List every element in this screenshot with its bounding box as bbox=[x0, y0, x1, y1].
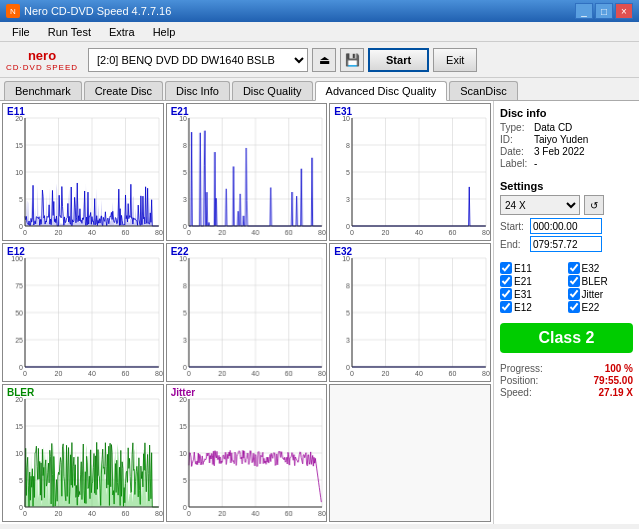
chart-bler-canvas bbox=[3, 385, 163, 521]
chart-jitter: Jitter bbox=[166, 384, 328, 522]
logo: nero CD·DVD SPEED bbox=[6, 48, 78, 72]
chart-e22: E22 bbox=[166, 243, 328, 381]
chart-e32: E32 bbox=[329, 243, 491, 381]
cb-jitter[interactable]: Jitter bbox=[568, 288, 634, 300]
date-label: Date: bbox=[500, 146, 532, 157]
type-label: Type: bbox=[500, 122, 532, 133]
progress-label: Progress: bbox=[500, 363, 543, 374]
right-panel: Disc info Type: Data CD ID: Taiyo Yuden … bbox=[494, 101, 639, 524]
cb-e31[interactable]: E31 bbox=[500, 288, 566, 300]
speed-info-row: Speed: 27.19 X bbox=[500, 387, 633, 398]
cb-e22[interactable]: E22 bbox=[568, 301, 634, 313]
chart-e11-label: E11 bbox=[7, 106, 25, 117]
progress-section: Progress: 100 % Position: 79:55.00 Speed… bbox=[500, 363, 633, 399]
class-badge: Class 2 bbox=[500, 323, 633, 353]
cb-bler[interactable]: BLER bbox=[568, 275, 634, 287]
tabs: Benchmark Create Disc Disc Info Disc Qua… bbox=[0, 78, 639, 101]
disc-info-date-row: Date: 3 Feb 2022 bbox=[500, 146, 633, 157]
tab-scandisc[interactable]: ScanDisc bbox=[449, 81, 517, 100]
tab-disc-quality[interactable]: Disc Quality bbox=[232, 81, 313, 100]
chart-jitter-canvas bbox=[167, 385, 327, 521]
end-time-row: End: bbox=[500, 236, 633, 252]
start-time-input[interactable]: 000:00.00 bbox=[530, 218, 602, 234]
app-icon: N bbox=[6, 4, 20, 18]
label-value: - bbox=[534, 158, 537, 169]
speed-select[interactable]: 24 X 4 X 8 X 16 X 32 X 48 X Max bbox=[500, 195, 580, 215]
disc-info-id-row: ID: Taiyo Yuden bbox=[500, 134, 633, 145]
chart-jitter-label: Jitter bbox=[171, 387, 195, 398]
chart-e31-canvas bbox=[330, 104, 490, 240]
eject-button[interactable]: ⏏ bbox=[312, 48, 336, 72]
end-time-input[interactable] bbox=[530, 236, 602, 252]
main-content: E11 E21 E31 E12 E22 E32 BLER bbox=[0, 101, 639, 524]
tab-benchmark[interactable]: Benchmark bbox=[4, 81, 82, 100]
settings-title: Settings bbox=[500, 180, 633, 192]
type-value: Data CD bbox=[534, 122, 572, 133]
cb-e21[interactable]: E21 bbox=[500, 275, 566, 287]
maximize-button[interactable]: □ bbox=[595, 3, 613, 19]
disc-info-type-row: Type: Data CD bbox=[500, 122, 633, 133]
menu-help[interactable]: Help bbox=[145, 24, 184, 40]
position-value: 79:55.00 bbox=[594, 375, 633, 386]
chart-e31-label: E31 bbox=[334, 106, 352, 117]
chart-e21-canvas bbox=[167, 104, 327, 240]
chart-e11-canvas bbox=[3, 104, 163, 240]
speed-row: 24 X 4 X 8 X 16 X 32 X 48 X Max ↺ bbox=[500, 195, 633, 215]
toolbar: nero CD·DVD SPEED [2:0] BENQ DVD DD DW16… bbox=[0, 42, 639, 78]
chart-e22-canvas bbox=[167, 244, 327, 380]
drive-select[interactable]: [2:0] BENQ DVD DD DW1640 BSLB bbox=[88, 48, 308, 72]
chart-e21-label: E21 bbox=[171, 106, 189, 117]
chart-e32-canvas bbox=[330, 244, 490, 380]
id-label: ID: bbox=[500, 134, 532, 145]
window-controls[interactable]: _ □ × bbox=[575, 3, 633, 19]
end-time-label: End: bbox=[500, 239, 530, 250]
checkboxes-section: E11 E32 E21 BLER E31 Jitter E12 E22 bbox=[500, 262, 633, 313]
chart-e11: E11 bbox=[2, 103, 164, 241]
chart-e21: E21 bbox=[166, 103, 328, 241]
disc-info-title: Disc info bbox=[500, 107, 633, 119]
start-button[interactable]: Start bbox=[368, 48, 429, 72]
speed-info-label: Speed: bbox=[500, 387, 532, 398]
logo-nero: nero bbox=[28, 48, 56, 63]
exit-button[interactable]: Exit bbox=[433, 48, 477, 72]
menu-file[interactable]: File bbox=[4, 24, 38, 40]
cb-e11[interactable]: E11 bbox=[500, 262, 566, 274]
logo-cdspeed: CD·DVD SPEED bbox=[6, 63, 78, 72]
tab-advanced-disc-quality[interactable]: Advanced Disc Quality bbox=[315, 81, 448, 101]
chart-e32-label: E32 bbox=[334, 246, 352, 257]
refresh-button[interactable]: ↺ bbox=[584, 195, 604, 215]
menu-run-test[interactable]: Run Test bbox=[40, 24, 99, 40]
tab-create-disc[interactable]: Create Disc bbox=[84, 81, 163, 100]
chart-e31: E31 bbox=[329, 103, 491, 241]
id-value: Taiyo Yuden bbox=[534, 134, 588, 145]
chart-bler-label: BLER bbox=[7, 387, 34, 398]
chart-empty bbox=[329, 384, 491, 522]
date-value: 3 Feb 2022 bbox=[534, 146, 585, 157]
speed-info-value: 27.19 X bbox=[599, 387, 633, 398]
save-button[interactable]: 💾 bbox=[340, 48, 364, 72]
menu-extra[interactable]: Extra bbox=[101, 24, 143, 40]
chart-e12-canvas bbox=[3, 244, 163, 380]
tab-disc-info[interactable]: Disc Info bbox=[165, 81, 230, 100]
position-label: Position: bbox=[500, 375, 538, 386]
position-row: Position: 79:55.00 bbox=[500, 375, 633, 386]
chart-e12: E12 bbox=[2, 243, 164, 381]
chart-bler: BLER bbox=[2, 384, 164, 522]
settings-section: Settings 24 X 4 X 8 X 16 X 32 X 48 X Max… bbox=[500, 180, 633, 252]
start-time-row: Start: 000:00.00 bbox=[500, 218, 633, 234]
disc-info-label-row: Label: - bbox=[500, 158, 633, 169]
progress-row: Progress: 100 % bbox=[500, 363, 633, 374]
window-title: Nero CD-DVD Speed 4.7.7.16 bbox=[24, 5, 171, 17]
progress-value: 100 % bbox=[605, 363, 633, 374]
minimize-button[interactable]: _ bbox=[575, 3, 593, 19]
start-time-label: Start: bbox=[500, 221, 530, 232]
chart-e12-label: E12 bbox=[7, 246, 25, 257]
cb-e12[interactable]: E12 bbox=[500, 301, 566, 313]
charts-area: E11 E21 E31 E12 E22 E32 BLER bbox=[0, 101, 494, 524]
label-label: Label: bbox=[500, 158, 532, 169]
close-button[interactable]: × bbox=[615, 3, 633, 19]
chart-e22-label: E22 bbox=[171, 246, 189, 257]
disc-info-section: Disc info Type: Data CD ID: Taiyo Yuden … bbox=[500, 107, 633, 170]
cb-e32[interactable]: E32 bbox=[568, 262, 634, 274]
menu-bar: File Run Test Extra Help bbox=[0, 22, 639, 42]
